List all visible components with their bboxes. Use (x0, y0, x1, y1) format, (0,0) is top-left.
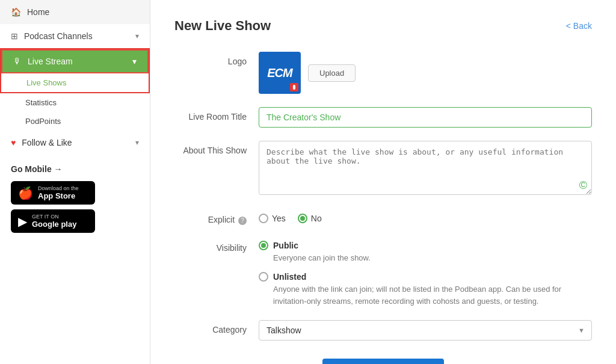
visibility-row: Visibility Public Everyone can join the … (174, 238, 592, 307)
sidebar-item-follow-like[interactable]: ♥ Follow & Like ▾ (0, 131, 150, 155)
page-title: New Live Show (174, 18, 271, 34)
statistics-label: Statistics (25, 98, 57, 107)
sidebar-item-live-stream[interactable]: 🎙 Live Stream ▾ (1, 49, 149, 73)
visibility-unlisted: Unlisted Anyone with the link can join; … (259, 272, 592, 307)
follow-like-label: Follow & Like (22, 138, 72, 147)
live-stream-section: 🎙 Live Stream ▾ Live Shows (0, 48, 150, 93)
google-big-text: Google play (32, 220, 76, 229)
live-shows-label: Live Shows (26, 78, 66, 87)
sidebar-home-label: Home (27, 7, 49, 17)
explicit-row: Explicit ? Yes No (174, 210, 592, 225)
visibility-options: Public Everyone can join the show. Unlis… (259, 238, 592, 307)
app-store-small-text: Download on the (38, 185, 79, 191)
home-icon: 🏠 (11, 7, 21, 17)
main-header: New Live Show < Back (174, 18, 592, 34)
back-link[interactable]: < Back (566, 21, 592, 31)
explicit-no-option[interactable]: No (298, 214, 322, 223)
logo-ecm-text: ECM (267, 66, 292, 80)
logo-mic-icon (290, 83, 298, 91)
google-play-icon: ▶ (18, 214, 27, 229)
category-select-wrapper: Talkshow Comedy News Music Technology Ed… (259, 320, 592, 341)
explicit-yes-label: Yes (272, 214, 286, 223)
mic-icon: 🎙 (13, 57, 22, 66)
explicit-no-radio[interactable] (298, 214, 307, 223)
live-stream-label: Live Stream (28, 57, 73, 66)
explicit-yes-option[interactable]: Yes (259, 214, 286, 223)
sidebar-podcast-label: Podcast Channels (24, 31, 93, 41)
explicit-radio-group: Yes No (259, 210, 592, 223)
chevron-down-icon-live: ▾ (132, 57, 137, 66)
sidebar-sub-podpoints[interactable]: PodPoints (0, 112, 150, 131)
live-room-title-label: Live Room Title (174, 107, 259, 122)
category-select[interactable]: Talkshow Comedy News Music Technology Ed… (259, 320, 592, 341)
category-row: Category Talkshow Comedy News Music Tech… (174, 320, 592, 341)
sidebar: 🏠 Home ⊞ Podcast Channels ▾ 🎙 Live Strea… (0, 0, 150, 364)
visibility-public: Public Everyone can join the show. (259, 241, 592, 264)
explicit-label: Explicit ? (174, 210, 259, 225)
live-room-title-input[interactable] (259, 107, 592, 128)
heart-icon: ♥ (11, 138, 16, 147)
go-mobile-section: Go Mobile → 🍎 Download on the App Store … (0, 155, 150, 247)
explicit-help-icon[interactable]: ? (238, 217, 247, 225)
category-label: Category (174, 320, 259, 335)
main-content: New Live Show < Back Logo ECM Upload Liv… (150, 0, 616, 364)
about-show-row: About This Show © (174, 141, 592, 197)
public-title: Public (273, 241, 298, 250)
google-play-badge[interactable]: ▶ GET IT ON Google play (11, 209, 95, 233)
sidebar-item-podcast-channels[interactable]: ⊞ Podcast Channels ▾ (0, 24, 150, 48)
podcast-icon: ⊞ (11, 31, 18, 41)
google-small-text: GET IT ON (32, 214, 76, 220)
logo-label: Logo (174, 52, 259, 66)
go-mobile-title: Go Mobile → (11, 164, 139, 174)
upload-button[interactable]: Upload (308, 64, 356, 82)
about-textarea-wrapper: © (259, 141, 592, 197)
unlisted-title: Unlisted (273, 272, 306, 282)
unlisted-radio[interactable] (259, 272, 268, 282)
sidebar-sub-live-shows[interactable]: Live Shows (1, 73, 149, 92)
sidebar-sub-statistics[interactable]: Statistics (0, 93, 150, 112)
unlisted-desc: Anyone with the link can join; will not … (273, 283, 592, 307)
explicit-no-label: No (311, 214, 322, 223)
app-store-badge[interactable]: 🍎 Download on the App Store (11, 181, 95, 205)
start-now-button[interactable]: Start now ▲ (322, 359, 444, 364)
explicit-yes-radio[interactable] (259, 214, 268, 223)
chevron-down-icon-follow: ▾ (135, 138, 139, 147)
chevron-down-icon: ▾ (135, 32, 139, 40)
visibility-label: Visibility (174, 238, 259, 253)
about-textarea[interactable] (259, 141, 592, 195)
live-room-title-row: Live Room Title (174, 107, 592, 128)
public-radio[interactable] (259, 241, 268, 250)
apple-icon: 🍎 (18, 186, 33, 200)
logo-container: ECM Upload (259, 52, 592, 94)
sidebar-item-home[interactable]: 🏠 Home (0, 0, 150, 24)
app-store-big-text: App Store (38, 191, 79, 200)
public-desc: Everyone can join the show. (273, 252, 592, 264)
ai-icon: © (579, 179, 587, 192)
podpoints-label: PodPoints (25, 117, 61, 126)
start-now-container: Start now ▲ (174, 359, 592, 364)
logo-preview: ECM (259, 52, 301, 94)
about-label: About This Show (174, 141, 259, 155)
logo-row: Logo ECM Upload (174, 52, 592, 94)
